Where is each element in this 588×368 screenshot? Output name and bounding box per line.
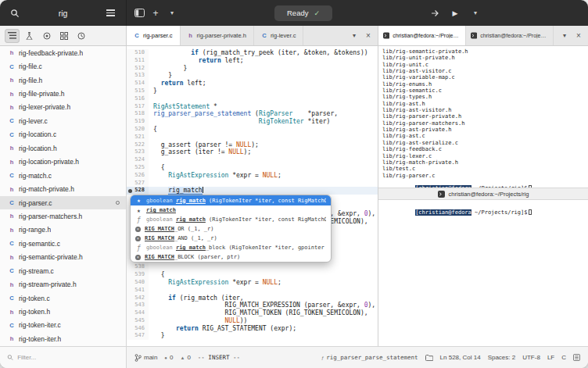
file-row[interactable]: hrig-lexer-private.h (0, 101, 126, 114)
tab-list-chevron-icon[interactable]: ▾ (348, 29, 360, 43)
encoding-setting[interactable]: UTF-8 (522, 354, 540, 361)
file-row[interactable]: Crig-match.c (0, 169, 126, 182)
close-page-icon[interactable]: × (362, 29, 375, 43)
terminal-close-icon[interactable]: × (572, 29, 585, 43)
completion-item[interactable]: ×RIG_MATCH_OR (_1, _r) (131, 224, 331, 234)
file-row[interactable]: hrig-file.h (0, 73, 126, 87)
keyboard-layout-icon[interactable] (573, 354, 580, 361)
menu-button[interactable] (105, 6, 117, 20)
code-line[interactable]: 511 return left; (127, 57, 378, 65)
code-line[interactable]: 541 (127, 287, 378, 295)
code-line[interactable]: 544 RIG_MATCH_TOKEN (RIG_TOKEN_SEMICOLON… (127, 309, 378, 317)
terminal-top[interactable]: lib/rig-semantic-private.hlib/rig-unit-p… (378, 46, 588, 188)
current-symbol[interactable]: ƒ rig_parser_parse_statement (321, 354, 418, 361)
filter-input[interactable] (17, 354, 119, 361)
file-row[interactable]: Crig-token.c (0, 291, 126, 305)
code-line[interactable]: 517RigAstStatement * (127, 103, 378, 111)
file-row[interactable]: Crig-stream.c (0, 264, 126, 277)
terminal-split-header[interactable]: christian@fedora:~/Projects/rig (378, 188, 588, 200)
terminal-tab[interactable]: christian@fedora:~/Projects/rig (466, 26, 554, 45)
completion-item[interactable]: ƒgboolean rig_match_block (RigTokenIter … (131, 243, 331, 252)
file-row[interactable]: Crig-location.c (0, 128, 126, 141)
code-line[interactable]: 513 } (127, 72, 378, 80)
panel-todo-button[interactable] (39, 29, 54, 43)
code-line[interactable]: 539 { (127, 271, 378, 279)
completion-item[interactable]: ×RIG_MATCH_BLOCK (parser, ptr) (131, 252, 331, 262)
deploy-button[interactable] (428, 6, 441, 20)
code-line[interactable]: 538 (127, 263, 378, 271)
code-line[interactable]: 543 RIG_MATCH_EXPRESSION (parser, &expr,… (127, 302, 378, 309)
panel-tests-button[interactable] (22, 29, 37, 43)
completion-item[interactable]: ƒgboolean rig_match (RigTokenIter *iter,… (131, 215, 331, 224)
panel-grid-button[interactable] (56, 29, 71, 43)
file-row[interactable]: hrig-semantic-private.h (0, 251, 126, 264)
folder-icon[interactable] (425, 355, 433, 361)
new-tab-chevron-icon[interactable]: ▾ (166, 6, 178, 20)
code-line[interactable]: 546 return RIG_AST_STATEMENT (expr); (127, 325, 378, 333)
file-row[interactable]: hrig-stream-private.h (0, 277, 126, 291)
file-row[interactable]: hrig-feedback-private.h (0, 46, 126, 59)
code-line[interactable]: 521 (127, 134, 378, 141)
code-editor[interactable]: 510 if (rig_match_try_peek (iter, &token… (127, 46, 378, 346)
code-line[interactable]: 525 { (127, 164, 378, 172)
terminal-tab[interactable]: christian@fedora:~/Projects/rig (378, 26, 466, 45)
editor-tab[interactable]: Crig-parser.c (127, 26, 181, 45)
file-row[interactable]: hrig-token.h (0, 305, 126, 318)
run-options-chevron-icon[interactable]: ▾ (469, 6, 482, 20)
file-row[interactable]: hrig-range.h (0, 223, 126, 237)
new-tab-button[interactable]: + (149, 6, 162, 20)
code-line[interactable]: 520{ (127, 126, 378, 134)
completion-item[interactable]: ×RIG_MATCH_AND (_1, _r) (131, 234, 331, 243)
cursor-position[interactable]: Ln 528, Col 14 (440, 354, 481, 361)
code-line[interactable]: 518rig_parser_parse_statement (RigParser… (127, 110, 378, 118)
code-line[interactable]: 547 } (127, 332, 378, 340)
file-row[interactable]: Crig-semantic.c (0, 237, 126, 250)
code-line[interactable]: 514 return left; (127, 80, 378, 88)
toggle-panel-button[interactable] (133, 6, 145, 20)
file-row[interactable]: hrig-token-iter.h (0, 332, 126, 345)
editor-tab[interactable]: hrig-parser-private.h (181, 26, 254, 45)
error-count[interactable]: ● 0 (164, 354, 173, 361)
file-name: rig-lexer-private.h (19, 103, 70, 111)
terminal-bottom[interactable]: [christian@fedora ~/Projects/rig]$ (378, 200, 588, 346)
file-row[interactable]: hrig-location.h (0, 141, 126, 155)
build-status-pill[interactable]: Ready ✓ (274, 5, 332, 21)
warning-count[interactable]: ▲ 0 (180, 354, 190, 361)
code-line[interactable]: 528 rig_match (127, 187, 378, 195)
indentation-setting[interactable]: Spaces: 2 (488, 354, 516, 361)
file-type-icon: h (9, 281, 15, 288)
file-row[interactable]: hrig-match-private.h (0, 182, 126, 195)
code-line[interactable]: 515} (127, 88, 378, 95)
completion-item[interactable]: ★rig_match (131, 205, 331, 215)
line-content: return RIG_AST_STATEMENT (expr); (149, 325, 296, 333)
search-button[interactable] (9, 6, 21, 20)
run-button[interactable]: ▶ (449, 6, 461, 20)
code-line[interactable]: 524 (127, 156, 378, 164)
terminal-tab-chevron-icon[interactable]: ▾ (558, 29, 571, 43)
code-line[interactable]: 512 } (127, 65, 378, 73)
code-line[interactable]: 516 (127, 95, 378, 103)
completion-item[interactable]: ★gboolean rig_match (RigTokenIter *iter,… (131, 195, 331, 205)
language-mode[interactable]: C (561, 354, 566, 361)
code-line[interactable]: 523 g_assert (iter != NULL); (127, 148, 378, 156)
branch-indicator[interactable]: main (134, 354, 157, 362)
file-row[interactable]: hrig-file-private.h (0, 87, 126, 100)
code-line[interactable]: 540 RigAstExpression *expr = NULL; (127, 279, 378, 287)
code-line[interactable]: 545 NULL)) (127, 317, 378, 325)
line-ending-setting[interactable]: LF (547, 354, 554, 361)
code-line[interactable]: 519 RigTokenIter *iter) (127, 118, 378, 126)
panel-history-button[interactable] (74, 29, 88, 43)
file-row[interactable]: Crig-parser.c (0, 196, 126, 209)
code-line[interactable]: 527 (127, 180, 378, 188)
editor-tab[interactable]: Crig-lever.c (254, 26, 304, 45)
code-line[interactable]: 510 if (rig_match_try_peek (iter, &token… (127, 49, 378, 57)
code-line[interactable]: 526 RigAstExpression *expr = NULL; (127, 172, 378, 180)
file-row[interactable]: Crig-token-iter.c (0, 319, 126, 332)
file-row[interactable]: hrig-parser-matchers.h (0, 209, 126, 223)
code-line[interactable]: 542 if (rig_match (iter, (127, 295, 378, 302)
file-row[interactable]: Crig-file.c (0, 59, 126, 73)
code-line[interactable]: 522 g_assert (parser != NULL); (127, 141, 378, 149)
panel-files-button[interactable] (5, 29, 20, 43)
file-row[interactable]: hrig-location-private.h (0, 155, 126, 169)
file-row[interactable]: Crig-lever.c (0, 114, 126, 127)
